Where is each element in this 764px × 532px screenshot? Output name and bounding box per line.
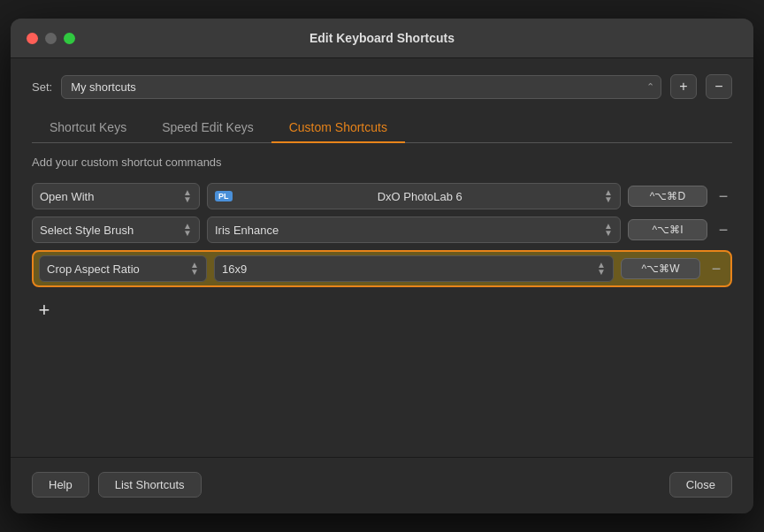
set-label: Set: xyxy=(32,80,52,94)
rows-area: Open With ▲▼ PL DxO PhotoLab 6 ▲▼ ^⌥⌘D − xyxy=(32,183,732,439)
add-set-button[interactable]: + xyxy=(670,74,697,99)
tab-shortcut-keys[interactable]: Shortcut Keys xyxy=(32,113,144,143)
remove-crop-aspect-ratio-button[interactable]: − xyxy=(707,260,725,278)
shortcut-badge-crop-aspect-ratio: ^⌥⌘W xyxy=(621,258,700,279)
remove-select-style-brush-button[interactable]: − xyxy=(714,221,732,239)
minimize-window-button[interactable] xyxy=(45,33,57,44)
traffic-lights xyxy=(27,33,75,44)
target-chevron-icon-3: ▲▼ xyxy=(597,262,606,276)
shortcut-row-open-with: Open With ▲▼ PL DxO PhotoLab 6 ▲▼ ^⌥⌘D − xyxy=(32,183,732,209)
list-shortcuts-button[interactable]: List Shortcuts xyxy=(98,472,202,498)
action-chevron-icon-3: ▲▼ xyxy=(190,262,199,276)
set-select-wrapper: My shortcuts ⌃ xyxy=(61,75,661,99)
add-row-button[interactable]: + xyxy=(32,298,57,323)
target-dropdown-select-style-brush[interactable]: Iris Enhance ▲▼ xyxy=(207,217,621,243)
action-dropdown-select-style-brush[interactable]: Select Style Brush ▲▼ xyxy=(32,217,200,243)
action-dropdown-open-with[interactable]: Open With ▲▼ xyxy=(32,183,200,209)
target-dropdown-open-with[interactable]: PL DxO PhotoLab 6 ▲▼ xyxy=(207,183,621,209)
remove-set-button[interactable]: − xyxy=(706,74,732,99)
shortcut-row-crop-aspect-ratio: Crop Aspect Ratio ▲▼ 16x9 ▲▼ ^⌥⌘W − xyxy=(32,250,732,287)
subtitle: Add your custom shortcut commands xyxy=(32,156,732,169)
footer-left: Help List Shortcuts xyxy=(32,472,202,498)
set-select[interactable]: My shortcuts xyxy=(61,75,661,99)
target-dropdown-crop-aspect-ratio[interactable]: 16x9 ▲▼ xyxy=(214,255,614,282)
remove-open-with-button[interactable]: − xyxy=(714,187,732,206)
help-button[interactable]: Help xyxy=(32,472,89,498)
action-dropdown-crop-aspect-ratio[interactable]: Crop Aspect Ratio ▲▼ xyxy=(39,255,207,282)
shortcut-badge-open-with: ^⌥⌘D xyxy=(628,186,707,207)
close-window-button[interactable] xyxy=(27,33,38,44)
target-chevron-icon-2: ▲▼ xyxy=(604,223,613,237)
dialog: Edit Keyboard Shortcuts Set: My shortcut… xyxy=(11,19,753,513)
target-chevron-icon: ▲▼ xyxy=(604,189,613,203)
maximize-window-button[interactable] xyxy=(64,33,75,44)
action-chevron-icon: ▲▼ xyxy=(183,189,192,203)
tabs: Shortcut Keys Speed Edit Keys Custom Sho… xyxy=(32,113,732,143)
pl-icon: PL xyxy=(215,191,233,201)
titlebar: Edit Keyboard Shortcuts xyxy=(11,19,753,58)
dialog-title: Edit Keyboard Shortcuts xyxy=(27,31,737,45)
tab-custom-shortcuts[interactable]: Custom Shortcuts xyxy=(271,113,405,143)
shortcut-badge-select-style-brush: ^⌥⌘I xyxy=(628,219,707,240)
action-chevron-icon-2: ▲▼ xyxy=(183,223,192,237)
close-button[interactable]: Close xyxy=(669,472,732,498)
tab-speed-edit-keys[interactable]: Speed Edit Keys xyxy=(144,113,271,143)
footer: Help List Shortcuts Close xyxy=(11,457,753,513)
dialog-content: Set: My shortcuts ⌃ + − Shortcut Keys Sp… xyxy=(11,58,753,457)
shortcut-row-select-style-brush: Select Style Brush ▲▼ Iris Enhance ▲▼ ^⌥… xyxy=(32,217,732,243)
set-row: Set: My shortcuts ⌃ + − xyxy=(32,74,732,99)
